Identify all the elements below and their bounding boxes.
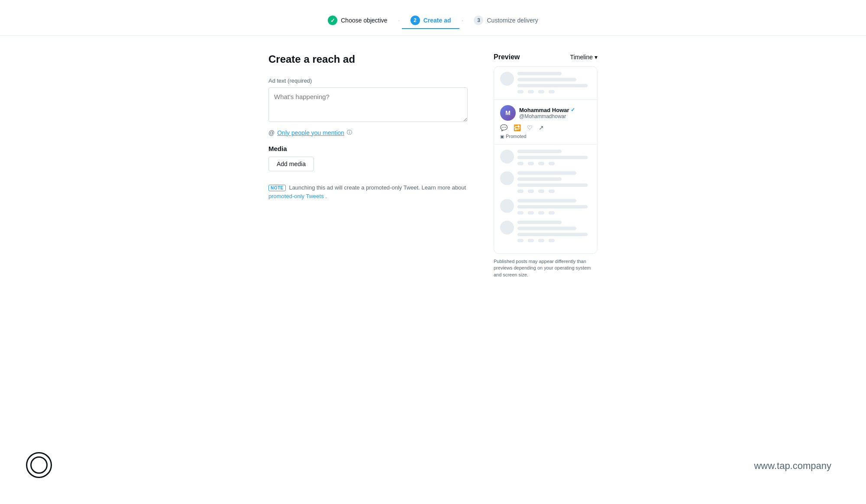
skeleton-actions-5 <box>517 239 591 242</box>
step-divider-1: · <box>396 16 402 25</box>
skeleton-line <box>517 72 562 75</box>
skeleton-lines-4 <box>517 199 591 215</box>
step-2-circle: 2 <box>410 16 420 25</box>
note-text: Launching this ad will create a promoted… <box>289 184 466 191</box>
tweet-user-row: M Mohammad Howar ✓ @Mohammadhowar <box>500 105 591 121</box>
step-2-number: 2 <box>414 17 417 23</box>
skeleton-dot <box>549 239 555 242</box>
skeleton-line <box>517 78 576 81</box>
skeleton-actions-3 <box>517 189 591 193</box>
step-create-ad[interactable]: 2 Create ad <box>402 12 460 29</box>
timeline-label: Timeline <box>570 54 593 61</box>
skeleton-lines-1 <box>517 72 591 93</box>
skeleton-line <box>517 205 588 209</box>
preview-card: M Mohammad Howar ✓ @Mohammadhowar 💬 🔁 ♡ <box>494 66 598 254</box>
mention-link[interactable]: Only people you mention <box>277 129 344 136</box>
checkmark-icon: ✓ <box>330 17 335 24</box>
preview-disclaimer: Published posts may appear differently t… <box>494 258 598 278</box>
skeleton-avatar-4 <box>500 199 514 213</box>
promoted-tweets-link[interactable]: promoted-only Tweets <box>268 193 324 199</box>
skeleton-top <box>494 67 597 93</box>
ad-text-label: Ad text (required) <box>268 77 468 84</box>
promoted-icon: ▣ <box>500 134 504 139</box>
logo-inner-circle <box>30 456 48 474</box>
skeleton-dot <box>528 211 534 215</box>
step-divider-2: · <box>459 16 465 25</box>
form-title: Create a reach ad <box>268 53 468 65</box>
skeleton-dot <box>538 239 544 242</box>
promoted-text: Promoted <box>506 134 527 139</box>
user-display-name: Mohammad Howar <box>519 107 569 113</box>
promoted-badge: ▣ Promoted <box>500 134 591 139</box>
reply-icon[interactable]: 💬 <box>500 124 507 131</box>
skeleton-dot <box>517 90 523 93</box>
step-active-underline <box>402 28 460 29</box>
skeleton-lines-2 <box>517 150 591 165</box>
skeleton-dot <box>517 162 523 165</box>
skeleton-lines-3 <box>517 171 591 193</box>
note-end: . <box>325 193 327 199</box>
at-icon: @ <box>268 129 275 136</box>
skeleton-line <box>517 171 576 175</box>
skeleton-dot <box>549 162 555 165</box>
info-icon[interactable]: ⓘ <box>347 129 352 136</box>
note-row: NOTE Launching this ad will create a pro… <box>268 183 468 200</box>
skeleton-avatar-1 <box>500 72 514 86</box>
step-2-label: Create ad <box>423 17 451 24</box>
skeleton-line <box>517 183 588 187</box>
skeleton-dot <box>549 90 555 93</box>
tweet-row: M Mohammad Howar ✓ @Mohammadhowar 💬 🔁 ♡ <box>494 100 597 144</box>
skeleton-row-1 <box>500 72 591 93</box>
skeleton-line <box>517 227 576 230</box>
skeleton-dot <box>538 90 544 93</box>
skeleton-line <box>517 177 562 181</box>
skeleton-bottom <box>494 144 597 254</box>
note-badge: NOTE <box>268 185 286 191</box>
skeleton-line <box>517 199 576 202</box>
step-3-number: 3 <box>477 17 480 23</box>
ad-text-input[interactable] <box>268 87 468 122</box>
step-1-circle: ✓ <box>328 16 337 25</box>
skeleton-row-5 <box>500 221 591 242</box>
skeleton-dot <box>528 239 534 242</box>
form-panel: Create a reach ad Ad text (required) @ O… <box>268 53 468 278</box>
skeleton-avatar-5 <box>500 221 514 234</box>
step-choose-objective[interactable]: ✓ Choose objective <box>319 12 396 29</box>
skeleton-dot <box>528 90 534 93</box>
skeleton-line <box>517 84 588 87</box>
skeleton-actions-2 <box>517 162 591 165</box>
preview-panel: Preview Timeline ▾ <box>494 53 598 278</box>
stepper: ✓ Choose objective · 2 Create ad · 3 Cus… <box>0 0 866 36</box>
skeleton-dot <box>528 189 534 193</box>
share-icon[interactable]: ↗ <box>539 124 544 131</box>
mention-row: @ Only people you mention ⓘ <box>268 129 468 136</box>
skeleton-dot <box>549 189 555 193</box>
retweet-icon[interactable]: 🔁 <box>514 124 521 131</box>
preview-title: Preview <box>494 53 520 61</box>
skeleton-line <box>517 221 562 224</box>
company-url: www.tap.company <box>754 460 831 472</box>
step-customize-delivery[interactable]: 3 Customize delivery <box>465 12 546 29</box>
tweet-avatar: M <box>500 105 516 121</box>
skeleton-dot <box>517 211 523 215</box>
tweet-user-name: Mohammad Howar ✓ <box>519 107 591 113</box>
skeleton-avatar-2 <box>500 150 514 164</box>
skeleton-row-3 <box>500 171 591 193</box>
tweet-actions: 💬 🔁 ♡ ↗ <box>500 124 591 131</box>
skeleton-actions-1 <box>517 90 591 93</box>
step-1-label: Choose objective <box>341 17 387 24</box>
verified-badge-icon: ✓ <box>571 107 575 113</box>
media-label: Media <box>268 145 468 152</box>
logo-outer-circle <box>26 452 52 478</box>
like-icon[interactable]: ♡ <box>527 124 533 131</box>
step-3-label: Customize delivery <box>487 17 538 24</box>
chevron-down-icon: ▾ <box>595 54 598 61</box>
skeleton-dot <box>538 211 544 215</box>
bottom-logo <box>26 452 52 478</box>
skeleton-line <box>517 233 588 236</box>
skeleton-lines-5 <box>517 221 591 242</box>
timeline-dropdown[interactable]: Timeline ▾ <box>570 54 598 61</box>
tweet-handle: @Mohammadhowar <box>519 113 591 119</box>
add-media-button[interactable]: Add media <box>268 157 314 171</box>
skeleton-dot <box>517 239 523 242</box>
